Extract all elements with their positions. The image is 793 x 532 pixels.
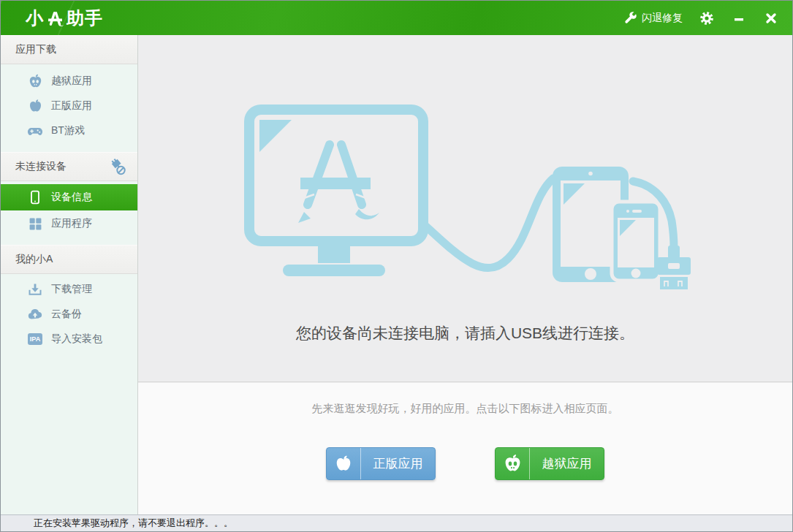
main-content: 您的设备尚未连接电脑，请插入USB线进行连接。 先来逛逛发现好玩，好用的应用。点… bbox=[138, 35, 792, 514]
jailbreak-apple-icon bbox=[503, 454, 523, 474]
phone-icon bbox=[28, 190, 42, 205]
sidebar-item-label: 应用程序 bbox=[51, 217, 92, 230]
sidebar-section-app-download: 应用下载 bbox=[1, 35, 137, 64]
sidebar-item-label: BT游戏 bbox=[51, 124, 85, 137]
wrench-icon bbox=[625, 12, 637, 24]
status-bar: 正在安装苹果驱动程序，请不要退出程序。。。 bbox=[1, 514, 792, 531]
ipa-badge-icon: IPA bbox=[28, 333, 42, 345]
app-logo: 小 助手 bbox=[26, 7, 103, 30]
sidebar-item-device-info[interactable]: 设备信息 bbox=[1, 184, 137, 210]
discover-panel: 先来逛逛发现好玩，好用的应用。点击以下图标进入相应页面。 正版应用 bbox=[138, 383, 792, 514]
discover-hint: 先来逛逛发现好玩，好用的应用。点击以下图标进入相应页面。 bbox=[138, 402, 792, 416]
cloud-upload-icon bbox=[27, 306, 43, 322]
sidebar-item-cloud-backup[interactable]: 云备份 bbox=[1, 302, 137, 327]
section-label: 我的小A bbox=[15, 253, 53, 266]
sidebar-item-jailbreak-apps[interactable]: 越狱应用 bbox=[1, 69, 137, 94]
sidebar-item-label: 云备份 bbox=[51, 308, 82, 321]
appstore-a-icon bbox=[45, 8, 65, 28]
sidebar-item-import-ipa[interactable]: IPA 导入安装包 bbox=[1, 327, 137, 352]
apple-logo-icon bbox=[28, 99, 43, 114]
close-button[interactable] bbox=[763, 10, 779, 26]
not-connected-message: 您的设备尚未连接电脑，请插入USB线进行连接。 bbox=[138, 323, 792, 343]
apps-grid-icon bbox=[29, 217, 42, 231]
sidebar-section-device-status: 未连接设备 bbox=[1, 152, 137, 181]
crash-fix-button[interactable]: 闪退修复 bbox=[625, 12, 683, 25]
download-icon bbox=[28, 282, 42, 297]
sidebar-item-download-manager[interactable]: 下载管理 bbox=[1, 277, 137, 302]
sidebar-item-applications[interactable]: 应用程序 bbox=[1, 210, 137, 237]
button-label: 越狱应用 bbox=[530, 455, 604, 472]
settings-button[interactable] bbox=[699, 10, 715, 26]
app-title-suffix: 助手 bbox=[67, 7, 103, 30]
connect-panel: 您的设备尚未连接电脑，请插入USB线进行连接。 bbox=[138, 35, 792, 382]
sidebar-item-bt-games[interactable]: BT游戏 bbox=[1, 118, 137, 143]
status-text: 正在安装苹果驱动程序，请不要退出程序。。。 bbox=[34, 517, 233, 530]
sidebar-item-label: 下载管理 bbox=[51, 283, 92, 296]
sidebar-item-genuine-apps[interactable]: 正版应用 bbox=[1, 94, 137, 118]
sidebar-item-label: 设备信息 bbox=[51, 191, 92, 204]
jailbreak-apple-icon bbox=[28, 74, 43, 89]
sidebar-item-label: 正版应用 bbox=[51, 99, 92, 113]
minimize-icon bbox=[733, 12, 745, 24]
sidebar: 应用下载 越狱应用 正版应用 bbox=[1, 35, 138, 514]
section-label: 未连接设备 bbox=[15, 160, 67, 173]
app-window: 小 助手 闪退修复 bbox=[0, 0, 793, 532]
app-title-prefix: 小 bbox=[26, 7, 44, 30]
button-label: 正版应用 bbox=[361, 455, 435, 472]
crash-fix-label: 闪退修复 bbox=[642, 12, 683, 25]
usb-connect-illustration bbox=[242, 102, 695, 296]
sidebar-item-label: 越狱应用 bbox=[51, 75, 92, 88]
sidebar-section-my-xiaoa: 我的小A bbox=[1, 245, 137, 274]
close-icon bbox=[765, 12, 777, 24]
minimize-button[interactable] bbox=[731, 10, 747, 26]
sidebar-item-label: 导入安装包 bbox=[51, 332, 102, 346]
gamepad-icon bbox=[27, 123, 43, 140]
section-label: 应用下载 bbox=[15, 43, 56, 56]
usb-disconnected-icon bbox=[108, 157, 127, 176]
genuine-apps-button[interactable]: 正版应用 bbox=[326, 447, 436, 480]
jailbreak-apps-button[interactable]: 越狱应用 bbox=[495, 447, 604, 480]
titlebar: 小 助手 闪退修复 bbox=[1, 1, 792, 35]
gear-icon bbox=[699, 11, 714, 26]
apple-logo-icon bbox=[334, 455, 353, 474]
